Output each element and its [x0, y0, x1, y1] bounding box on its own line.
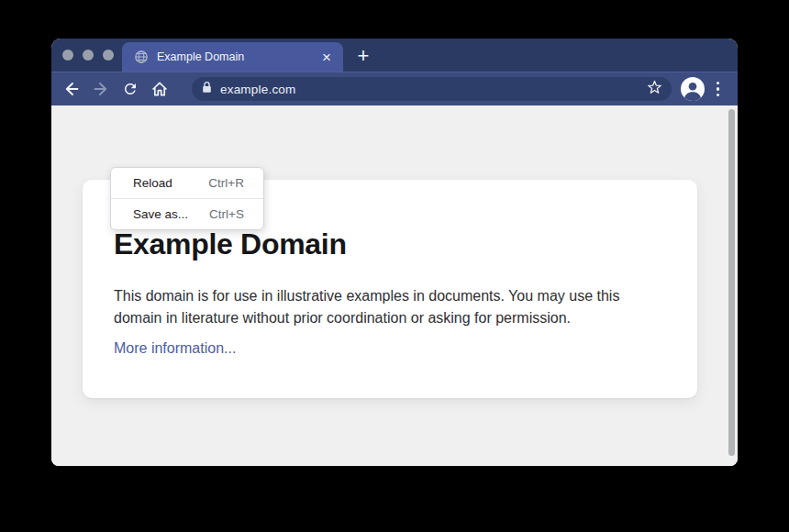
profile-avatar-icon[interactable] — [681, 77, 705, 101]
back-arrow-icon — [62, 80, 81, 98]
tab-title: Example Domain — [157, 50, 319, 63]
body-text: This domain is for use in illustrative e… — [114, 285, 666, 329]
zoom-window-button[interactable] — [103, 50, 114, 61]
scrollbar-thumb[interactable] — [728, 109, 735, 456]
back-button[interactable] — [62, 80, 81, 98]
url-text: example.com — [220, 83, 646, 96]
page-content: Example Domain This domain is for use in… — [51, 105, 738, 466]
window-controls — [62, 50, 114, 61]
body-line: This domain is for use in illustrative e… — [114, 288, 619, 304]
more-vertical-icon — [717, 94, 720, 97]
context-menu: Reload Ctrl+R Save as... Ctrl+S — [110, 167, 264, 230]
tab-bar: Example Domain × + — [51, 39, 738, 72]
favicon-globe-icon — [134, 50, 149, 64]
body-line: domain in literature without prior coord… — [114, 310, 571, 326]
bookmark-star-icon[interactable] — [646, 79, 663, 100]
menu-item-label: Reload — [133, 176, 172, 190]
toolbar: example.com — [51, 72, 738, 105]
menu-item-shortcut: Ctrl+R — [208, 176, 244, 190]
more-information-link[interactable]: More information... — [114, 340, 236, 357]
reload-icon — [122, 81, 139, 97]
lock-icon[interactable] — [202, 81, 212, 97]
forward-arrow-icon — [92, 80, 110, 98]
close-window-button[interactable] — [62, 50, 73, 61]
browser-tab[interactable]: Example Domain × — [122, 42, 343, 72]
forward-button[interactable] — [92, 80, 110, 98]
reload-button[interactable] — [121, 80, 139, 98]
menu-item-shortcut: Ctrl+S — [209, 207, 244, 221]
screenshot-background: Example Domain × + — [0, 0, 789, 532]
minimize-window-button[interactable] — [83, 50, 94, 61]
home-button[interactable] — [150, 80, 169, 98]
menu-item-label: Save as... — [133, 207, 188, 221]
more-vertical-icon — [717, 82, 720, 85]
tab-close-icon[interactable]: × — [319, 50, 334, 65]
browser-window: Example Domain × + — [51, 39, 738, 466]
context-menu-item-save-as[interactable]: Save as... Ctrl+S — [111, 199, 263, 229]
context-menu-item-reload[interactable]: Reload Ctrl+R — [111, 168, 263, 198]
more-menu-button[interactable] — [717, 82, 720, 97]
more-vertical-icon — [717, 87, 720, 91]
new-tab-button[interactable]: + — [350, 43, 376, 69]
home-icon — [150, 80, 169, 98]
address-bar[interactable]: example.com — [192, 77, 672, 101]
